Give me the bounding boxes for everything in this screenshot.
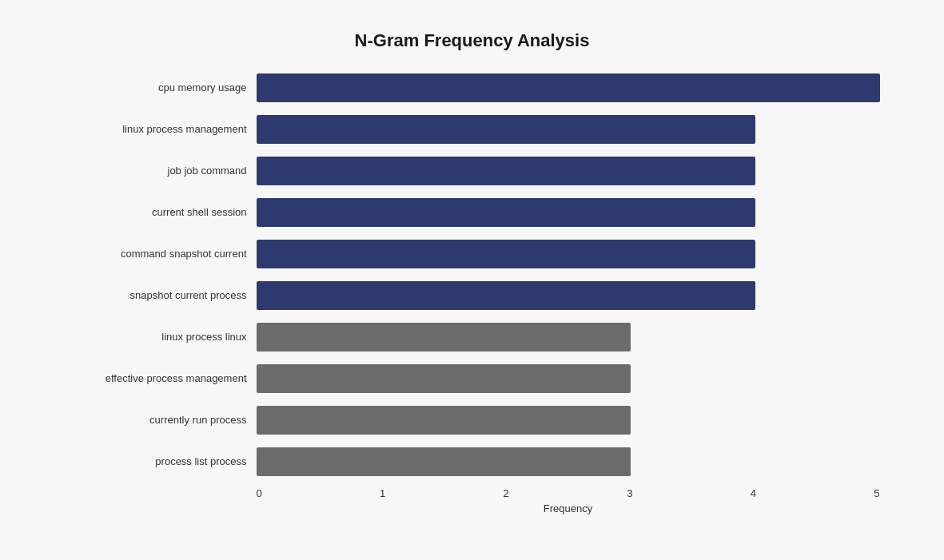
bar-track <box>257 240 880 268</box>
bar-fill <box>257 115 755 144</box>
bar-fill <box>257 157 755 185</box>
bar-row: command snapshot current <box>65 233 880 275</box>
bar-fill <box>257 447 631 476</box>
bar-label: snapshot current process <box>65 289 257 301</box>
x-tick: 2 <box>504 487 509 499</box>
bar-label: command snapshot current <box>65 248 257 260</box>
x-tick: 1 <box>380 487 385 499</box>
x-tick: 3 <box>627 487 632 499</box>
x-axis-labels: 012345 <box>257 487 880 499</box>
bar-row: currently run process <box>65 399 880 441</box>
bar-track <box>257 73 880 102</box>
bar-track <box>257 447 880 476</box>
chart-title: N-Gram Frequency Analysis <box>65 30 880 51</box>
chart-container: N-Gram Frequency Analysis cpu memory usa… <box>33 14 912 546</box>
bar-fill <box>257 240 755 268</box>
bar-fill <box>257 73 880 102</box>
bar-row: snapshot current process <box>65 275 880 316</box>
bar-label: job job command <box>65 165 257 177</box>
bar-row: cpu memory usage <box>65 67 880 109</box>
bar-label: currently run process <box>65 414 257 426</box>
bar-row: linux process management <box>65 109 880 150</box>
bar-label: linux process management <box>65 123 257 135</box>
x-axis: 012345 <box>257 487 880 499</box>
bar-row: job job command <box>65 150 880 192</box>
bar-fill <box>257 323 631 351</box>
bar-fill <box>257 198 755 227</box>
bar-track <box>257 157 880 185</box>
bar-row: current shell session <box>65 192 880 233</box>
x-tick: 4 <box>751 487 756 499</box>
bar-track <box>257 115 880 144</box>
bar-label: current shell session <box>65 206 257 218</box>
bar-track <box>257 281 880 310</box>
bar-track <box>257 406 880 435</box>
bar-row: linux process linux <box>65 316 880 358</box>
bar-track <box>257 323 880 351</box>
bar-row: effective process management <box>65 358 880 399</box>
bar-label: cpu memory usage <box>65 81 257 93</box>
bar-label: effective process management <box>65 372 257 384</box>
bar-track <box>257 364 880 393</box>
bar-row: process list process <box>65 441 880 483</box>
bar-fill <box>257 406 631 435</box>
x-tick: 0 <box>257 487 262 499</box>
chart-area: cpu memory usagelinux process management… <box>65 67 880 483</box>
x-axis-title: Frequency <box>257 502 880 514</box>
bar-fill <box>257 281 755 310</box>
bar-label: linux process linux <box>65 331 257 343</box>
bar-track <box>257 198 880 227</box>
bar-label: process list process <box>65 455 257 467</box>
x-tick: 5 <box>874 487 879 499</box>
bar-fill <box>257 364 631 393</box>
